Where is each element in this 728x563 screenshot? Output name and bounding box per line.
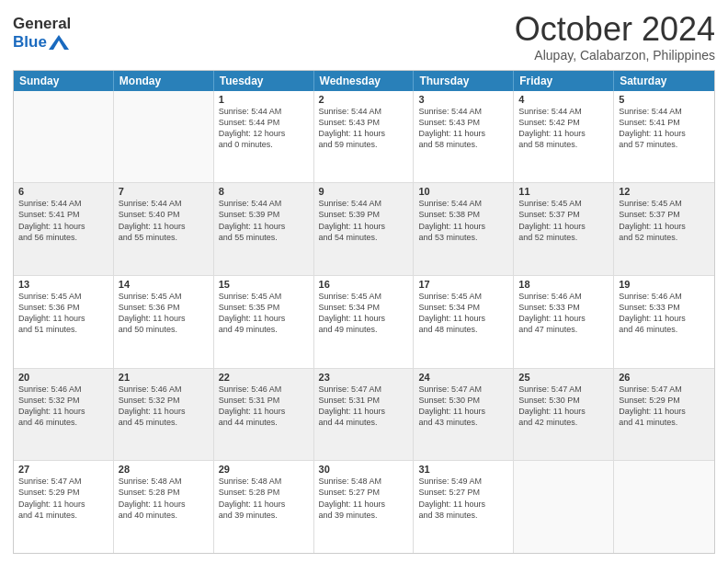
cal-cell: 30Sunrise: 5:48 AMSunset: 5:27 PMDayligh… (314, 461, 415, 553)
cell-info-line: Sunrise: 5:49 AM (418, 476, 508, 487)
cell-info-line: Sunset: 5:41 PM (619, 117, 710, 128)
cell-info-line: Daylight: 11 hours (219, 221, 309, 232)
header: General Blue October 2024 Alupay, Calaba… (13, 11, 715, 63)
cal-cell: 17Sunrise: 5:45 AMSunset: 5:34 PMDayligh… (414, 276, 514, 368)
weekday-header-friday: Friday (514, 71, 614, 91)
cell-info-line: and 58 minutes. (418, 139, 508, 150)
cell-info-line: Daylight: 11 hours (518, 406, 609, 417)
cell-info-line: and 0 minutes. (219, 139, 309, 150)
cell-info-line: Daylight: 11 hours (518, 128, 609, 139)
cell-info-line: and 59 minutes. (319, 139, 409, 150)
cell-info-line: Sunrise: 5:45 AM (119, 291, 209, 302)
cell-info-line: Daylight: 11 hours (619, 406, 710, 417)
cell-info-line: Sunrise: 5:46 AM (518, 291, 609, 302)
cell-info-line: Sunrise: 5:47 AM (418, 384, 508, 395)
cell-info-line: Sunset: 5:29 PM (18, 487, 108, 498)
day-number: 7 (119, 186, 209, 197)
day-number: 20 (18, 372, 108, 383)
day-number: 12 (619, 186, 710, 197)
cell-info-line: Sunrise: 5:45 AM (619, 198, 710, 209)
cell-info-line: and 39 minutes. (319, 510, 409, 521)
cell-info-line: and 41 minutes. (18, 510, 108, 521)
weekday-header-tuesday: Tuesday (214, 71, 314, 91)
cell-info-line: Daylight: 11 hours (418, 128, 508, 139)
cell-info-line: and 43 minutes. (418, 417, 508, 428)
cal-cell: 10Sunrise: 5:44 AMSunset: 5:38 PMDayligh… (414, 183, 514, 275)
cell-info-line: Daylight: 11 hours (319, 221, 409, 232)
cell-info-line: Daylight: 11 hours (319, 406, 409, 417)
cal-cell: 20Sunrise: 5:46 AMSunset: 5:32 PMDayligh… (14, 369, 114, 461)
cell-info-line: and 46 minutes. (619, 324, 710, 335)
cal-cell: 23Sunrise: 5:47 AMSunset: 5:31 PMDayligh… (314, 369, 415, 461)
cell-info-line: Sunset: 5:33 PM (518, 302, 609, 313)
day-number: 22 (219, 372, 309, 383)
cell-info-line: Sunrise: 5:47 AM (319, 384, 409, 395)
header-right: October 2024 Alupay, Calabarzon, Philipp… (515, 11, 715, 63)
cell-info-line: Sunrise: 5:46 AM (219, 384, 309, 395)
cal-cell: 12Sunrise: 5:45 AMSunset: 5:37 PMDayligh… (614, 183, 714, 275)
cell-info-line: and 55 minutes. (219, 232, 309, 243)
cell-info-line: Daylight: 11 hours (619, 128, 710, 139)
cell-info-line: and 45 minutes. (119, 417, 209, 428)
day-number: 10 (418, 186, 508, 197)
day-number: 27 (18, 464, 108, 475)
day-number: 16 (319, 279, 409, 290)
cell-info-line: Sunset: 5:27 PM (319, 487, 409, 498)
cal-cell (114, 91, 214, 183)
cell-info-line: Sunset: 5:40 PM (119, 209, 209, 220)
cal-cell: 8Sunrise: 5:44 AMSunset: 5:39 PMDaylight… (214, 183, 314, 275)
logo-blue: Blue (13, 33, 47, 52)
calendar: SundayMondayTuesdayWednesdayThursdayFrid… (13, 70, 715, 554)
cell-info-line: Sunrise: 5:48 AM (319, 476, 409, 487)
day-number: 13 (18, 279, 108, 290)
cell-info-line: Sunrise: 5:47 AM (619, 384, 710, 395)
cal-row-3: 20Sunrise: 5:46 AMSunset: 5:32 PMDayligh… (14, 368, 714, 461)
cell-info-line: and 51 minutes. (18, 324, 108, 335)
cell-info-line: Sunrise: 5:45 AM (319, 291, 409, 302)
cell-info-line: Sunrise: 5:44 AM (219, 198, 309, 209)
calendar-header: SundayMondayTuesdayWednesdayThursdayFrid… (14, 71, 714, 91)
cell-info-line: Sunrise: 5:46 AM (119, 384, 209, 395)
cell-info-line: Daylight: 11 hours (18, 406, 108, 417)
cal-cell: 28Sunrise: 5:48 AMSunset: 5:28 PMDayligh… (114, 461, 214, 553)
weekday-header-wednesday: Wednesday (314, 71, 415, 91)
cell-info-line: Sunset: 5:39 PM (319, 209, 409, 220)
day-number: 17 (418, 279, 508, 290)
cal-cell: 26Sunrise: 5:47 AMSunset: 5:29 PMDayligh… (614, 369, 714, 461)
cell-info-line: and 41 minutes. (619, 417, 710, 428)
cell-info-line: Daylight: 11 hours (219, 499, 309, 510)
day-number: 21 (119, 372, 209, 383)
cell-info-line: Sunrise: 5:44 AM (418, 198, 508, 209)
cell-info-line: and 52 minutes. (518, 232, 609, 243)
cell-info-line: Sunset: 5:36 PM (18, 302, 108, 313)
cell-info-line: and 38 minutes. (418, 510, 508, 521)
day-number: 19 (619, 279, 710, 290)
cell-info-line: Daylight: 11 hours (18, 313, 108, 324)
cell-info-line: Sunset: 5:37 PM (619, 209, 710, 220)
cell-info-line: Daylight: 11 hours (418, 313, 508, 324)
logo-general: General (13, 15, 71, 33)
day-number: 8 (219, 186, 309, 197)
day-number: 26 (619, 372, 710, 383)
cal-cell: 1Sunrise: 5:44 AMSunset: 5:44 PMDaylight… (214, 91, 314, 183)
cell-info-line: and 47 minutes. (518, 324, 609, 335)
calendar-body: 1Sunrise: 5:44 AMSunset: 5:44 PMDaylight… (14, 91, 714, 553)
cell-info-line: Daylight: 12 hours (219, 128, 309, 139)
cal-row-4: 27Sunrise: 5:47 AMSunset: 5:29 PMDayligh… (14, 460, 714, 553)
cal-row-2: 13Sunrise: 5:45 AMSunset: 5:36 PMDayligh… (14, 275, 714, 368)
cell-info-line: Sunrise: 5:44 AM (319, 198, 409, 209)
cell-info-line: and 44 minutes. (319, 417, 409, 428)
cell-info-line: Sunset: 5:32 PM (119, 395, 209, 406)
cell-info-line: Daylight: 11 hours (418, 221, 508, 232)
cell-info-line: Sunrise: 5:45 AM (418, 291, 508, 302)
cell-info-line: and 55 minutes. (119, 232, 209, 243)
cell-info-line: Sunset: 5:33 PM (619, 302, 710, 313)
cal-cell (14, 91, 114, 183)
cell-info-line: Sunset: 5:30 PM (518, 395, 609, 406)
cal-cell: 4Sunrise: 5:44 AMSunset: 5:42 PMDaylight… (514, 91, 614, 183)
cell-info-line: Sunrise: 5:44 AM (119, 198, 209, 209)
cell-info-line: Sunrise: 5:45 AM (219, 291, 309, 302)
cal-cell: 7Sunrise: 5:44 AMSunset: 5:40 PMDaylight… (114, 183, 214, 275)
cell-info-line: Sunset: 5:28 PM (219, 487, 309, 498)
cal-cell (514, 461, 614, 553)
